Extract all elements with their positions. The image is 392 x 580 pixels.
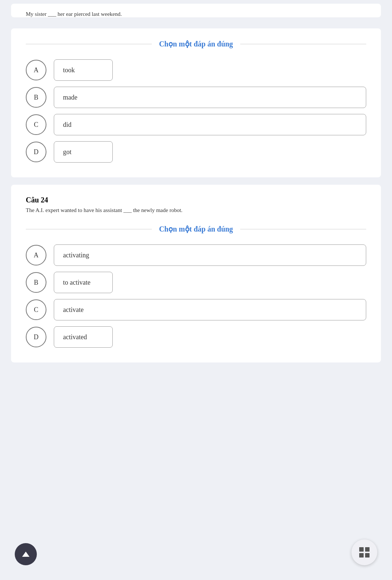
q24-divider-line-right bbox=[240, 229, 366, 229]
question23-card: Chọn một đáp án đúng A took B made C did… bbox=[11, 28, 381, 177]
option-row-d: D got bbox=[26, 141, 366, 163]
question24-divider: Chọn một đáp án đúng bbox=[26, 225, 366, 233]
question24-text: The A.I. expert wanted to have his assis… bbox=[26, 207, 366, 213]
option-box-b[interactable]: made bbox=[54, 87, 366, 108]
option-row-c: C did bbox=[26, 114, 366, 135]
grid-icon-cell bbox=[359, 553, 364, 558]
question23-text: My sister ___ her ear pierced last weeke… bbox=[26, 11, 366, 17]
option-letter-a[interactable]: A bbox=[26, 60, 46, 80]
grid-icon-cell bbox=[365, 547, 370, 552]
back-to-top-button[interactable] bbox=[15, 543, 37, 565]
q24-option-box-b[interactable]: to activate bbox=[54, 272, 113, 293]
question23-options: A took B made C did D got bbox=[26, 59, 366, 163]
question24-options: A activating B to activate C activate D … bbox=[26, 244, 366, 348]
divider-line-left bbox=[26, 44, 152, 44]
q24-option-letter-c[interactable]: C bbox=[26, 299, 46, 320]
question24-section-label: Chọn một đáp án đúng bbox=[152, 225, 241, 233]
q24-option-letter-b[interactable]: B bbox=[26, 272, 46, 293]
question23-divider: Chọn một đáp án đúng bbox=[26, 39, 366, 48]
chevron-up-icon bbox=[22, 552, 29, 557]
question24-title: Câu 24 bbox=[26, 196, 366, 204]
grid-icon-cell bbox=[365, 553, 370, 558]
option-letter-c[interactable]: C bbox=[26, 114, 46, 135]
q24-option-row-c: C activate bbox=[26, 299, 366, 320]
q24-option-box-c[interactable]: activate bbox=[54, 299, 366, 320]
question23-partial-card: My sister ___ her ear pierced last weeke… bbox=[11, 4, 381, 17]
question24-card: Câu 24 The A.I. expert wanted to have hi… bbox=[11, 185, 381, 362]
option-letter-b[interactable]: B bbox=[26, 87, 46, 108]
option-box-c[interactable]: did bbox=[54, 114, 366, 135]
q24-option-box-a[interactable]: activating bbox=[54, 244, 366, 266]
q24-option-letter-d[interactable]: D bbox=[26, 327, 46, 347]
question23-section-label: Chọn một đáp án đúng bbox=[152, 39, 241, 48]
divider-line-right bbox=[240, 44, 366, 44]
grid-icon-cell bbox=[359, 547, 364, 552]
option-box-d[interactable]: got bbox=[54, 141, 113, 163]
q24-divider-line-left bbox=[26, 229, 152, 229]
grid-menu-button[interactable] bbox=[351, 539, 377, 565]
option-box-a[interactable]: took bbox=[54, 59, 113, 81]
option-row-b: B made bbox=[26, 87, 366, 108]
grid-icon bbox=[359, 547, 370, 558]
q24-option-row-d: D activated bbox=[26, 326, 366, 348]
option-letter-d[interactable]: D bbox=[26, 142, 46, 162]
option-row-a: A took bbox=[26, 59, 366, 81]
q24-option-row-b: B to activate bbox=[26, 272, 366, 293]
q24-option-box-d[interactable]: activated bbox=[54, 326, 113, 348]
q24-option-letter-a[interactable]: A bbox=[26, 245, 46, 265]
q24-option-row-a: A activating bbox=[26, 244, 366, 266]
